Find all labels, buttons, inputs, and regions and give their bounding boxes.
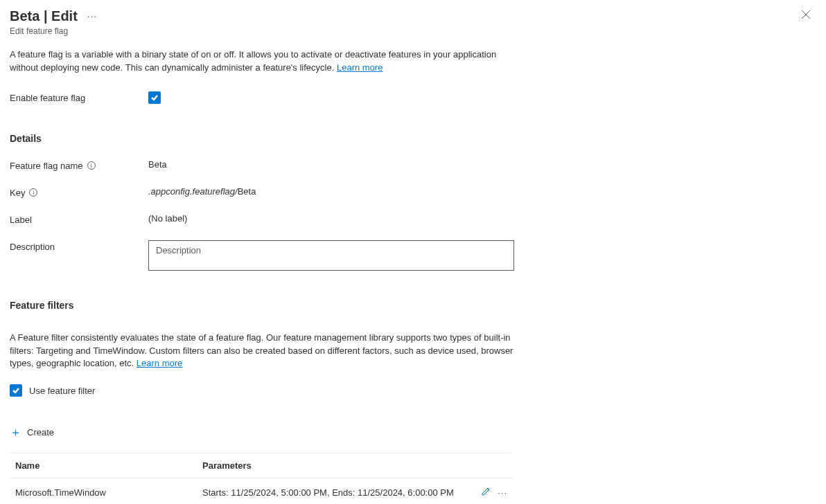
checkmark-icon bbox=[12, 386, 20, 395]
description-label: Description bbox=[10, 240, 148, 252]
header: Beta | Edit ··· bbox=[10, 7, 816, 25]
table-row: Microsoft.TimeWindow Starts: 11/25/2024,… bbox=[10, 478, 513, 504]
info-icon[interactable]: i bbox=[87, 161, 96, 170]
learn-more-link[interactable]: Learn more bbox=[337, 62, 383, 73]
checkmark-icon bbox=[150, 93, 159, 102]
filters-intro-text: A Feature filter consistently evaluates … bbox=[10, 332, 513, 369]
label-value: (No label) bbox=[148, 213, 187, 224]
row-more-button[interactable]: ··· bbox=[498, 487, 507, 498]
close-button[interactable] bbox=[796, 7, 816, 25]
label-row: Label (No label) bbox=[10, 213, 816, 225]
label-label: Label bbox=[10, 213, 148, 225]
filters-intro: A Feature filter consistently evaluates … bbox=[10, 332, 522, 371]
info-icon[interactable]: i bbox=[29, 188, 37, 197]
pencil-icon bbox=[481, 487, 491, 496]
edit-button[interactable] bbox=[481, 487, 491, 498]
page-title: Beta | Edit bbox=[10, 8, 78, 24]
enable-row: Enable feature flag bbox=[10, 91, 816, 104]
enable-checkbox[interactable] bbox=[148, 91, 161, 104]
name-label: Feature flag name i bbox=[10, 159, 148, 171]
col-name-header: Name bbox=[15, 460, 202, 471]
enable-label: Enable feature flag bbox=[10, 91, 148, 103]
close-icon bbox=[801, 10, 811, 19]
key-label: Key i bbox=[10, 186, 148, 198]
details-heading: Details bbox=[10, 133, 816, 144]
plus-icon: ＋ bbox=[10, 424, 21, 440]
key-value: .appconfig.featureflag/Beta bbox=[148, 186, 256, 197]
col-actions-header bbox=[466, 460, 507, 471]
page-subtitle: Edit feature flag bbox=[10, 26, 816, 36]
create-label: Create bbox=[27, 427, 54, 438]
col-params-header: Parameters bbox=[202, 460, 466, 471]
name-label-text: Feature flag name bbox=[10, 161, 83, 171]
intro-text: A feature flag is a variable with a bina… bbox=[10, 48, 522, 75]
key-prefix: .appconfig.featureflag/ bbox=[148, 186, 238, 197]
filter-params: Starts: 11/25/2024, 5:00:00 PM, Ends: 11… bbox=[202, 487, 466, 498]
title-wrap: Beta | Edit ··· bbox=[10, 8, 100, 24]
key-label-text: Key bbox=[10, 188, 25, 198]
name-row: Feature flag name i Beta bbox=[10, 159, 816, 171]
key-suffix: Beta bbox=[238, 186, 256, 197]
description-row: Description bbox=[10, 240, 816, 271]
use-filter-checkbox[interactable] bbox=[10, 384, 22, 397]
filters-learn-more-link[interactable]: Learn more bbox=[137, 358, 182, 368]
more-icon[interactable]: ··· bbox=[85, 9, 100, 23]
description-input[interactable] bbox=[148, 240, 514, 271]
row-actions: ··· bbox=[466, 487, 507, 498]
key-row: Key i .appconfig.featureflag/Beta bbox=[10, 186, 816, 198]
intro-body: A feature flag is a variable with a bina… bbox=[10, 49, 496, 73]
name-value: Beta bbox=[148, 159, 167, 170]
table-header: Name Parameters bbox=[10, 453, 513, 478]
filters-table: Name Parameters Microsoft.TimeWindow Sta… bbox=[10, 453, 513, 504]
use-filter-row: Use feature filter bbox=[10, 384, 816, 397]
create-button[interactable]: ＋ Create bbox=[10, 422, 816, 443]
filters-heading: Feature filters bbox=[10, 300, 816, 311]
use-filter-label: Use feature filter bbox=[29, 386, 95, 396]
filter-name: Microsoft.TimeWindow bbox=[15, 487, 202, 498]
